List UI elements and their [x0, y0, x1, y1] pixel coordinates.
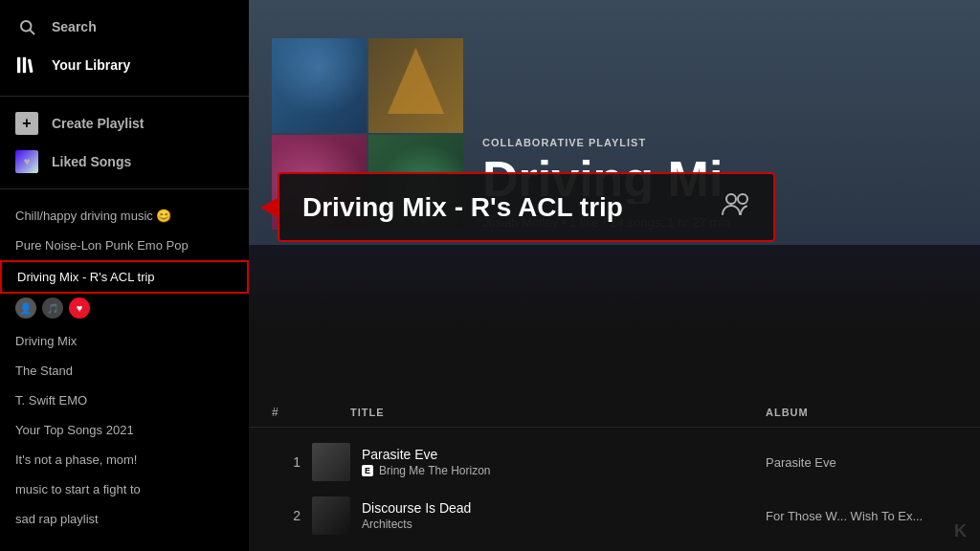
track-artist: Architects	[362, 518, 412, 531]
library-item-label: It's not a phase, mom!	[15, 452, 138, 467]
your-library-nav-item[interactable]: Your Library	[0, 46, 249, 84]
library-item-pure-noise[interactable]: Pure Noise-Lon Punk Emo Pop	[0, 231, 249, 260]
sidebar-nav: Search Your Library	[0, 0, 249, 92]
collaborative-icon	[722, 191, 750, 223]
svg-rect-4	[28, 59, 33, 74]
library-item-label: Driving Mix	[15, 334, 77, 348]
track-thumbnail	[312, 443, 350, 481]
svg-line-1	[30, 30, 33, 33]
album-art-1	[272, 38, 367, 133]
library-item-icons-row: 👤 🎵 ♥	[0, 294, 249, 326]
track-name: Parasite Eve	[362, 447, 754, 462]
library-item-not-a-phase[interactable]: It's not a phase, mom!	[0, 445, 249, 474]
search-nav-item[interactable]: Search	[0, 8, 249, 46]
track-col-num-header: #	[272, 406, 301, 419]
library-icon	[15, 54, 38, 77]
track-row[interactable]: 1 Parasite Eve E Bring Me The Horizon Pa…	[249, 435, 980, 489]
search-label: Search	[52, 19, 97, 34]
library-item-label: Your Top Songs 2021	[15, 423, 134, 437]
library-list: Chill/happy driving music 😊 Pure Noise-L…	[0, 193, 249, 551]
library-item-chill[interactable]: Chill/happy driving music 😊	[0, 201, 249, 231]
library-item-label: sad rap playlist	[15, 512, 99, 526]
search-icon	[15, 15, 38, 38]
highlight-box: Driving Mix - R's ACL trip	[278, 172, 775, 242]
library-item-label: Driving Mix - R's ACL trip	[17, 270, 155, 284]
track-number: 1	[272, 454, 301, 470]
track-thumbnail	[312, 496, 350, 535]
highlight-playlist-title: Driving Mix - R's ACL trip	[302, 192, 623, 223]
library-item-sad-rap[interactable]: sad rap playlist	[0, 504, 249, 534]
track-artist-row: Architects	[362, 518, 754, 531]
liked-songs-item[interactable]: ♥ Liked Songs	[0, 143, 249, 181]
track-col-title-header: TITLE	[350, 407, 766, 418]
svg-rect-3	[23, 57, 26, 74]
track-artist-row: E Bring Me The Horizon	[362, 464, 754, 477]
plus-icon: +	[15, 112, 38, 135]
liked-songs-label: Liked Songs	[52, 154, 131, 169]
watermark: K	[954, 521, 967, 541]
library-item-label: music to start a fight to	[15, 482, 141, 496]
library-item-label: T. Swift EMO	[15, 393, 87, 408]
playlist-type: COLLABORATIVE PLAYLIST	[482, 137, 957, 148]
svg-point-5	[726, 194, 736, 204]
library-item-driving-mix[interactable]: Driving Mix	[0, 326, 249, 356]
library-item-driving-mix-acl[interactable]: Driving Mix - R's ACL trip	[0, 260, 249, 294]
heart-small-icon: ♥	[69, 298, 90, 319]
track-name: Discourse Is Dead	[362, 500, 754, 516]
library-item-the-stand[interactable]: The Stand	[0, 356, 249, 386]
main-content: COLLABORATIVE PLAYLIST Driving Mi Josiah…	[249, 0, 980, 551]
track-info: Discourse Is Dead Architects	[362, 500, 754, 531]
note-icon: 🎵	[42, 298, 63, 319]
library-item-label: The Stand	[15, 364, 73, 378]
track-rows: 1 Parasite Eve E Bring Me The Horizon Pa…	[249, 428, 980, 550]
track-album: Parasite Eve	[766, 455, 957, 470]
svg-rect-2	[17, 57, 20, 74]
account-icon: 👤	[15, 298, 36, 319]
track-number: 2	[272, 508, 301, 523]
track-list-header: # TITLE ALBUM	[249, 398, 980, 428]
create-playlist-item[interactable]: + Create Playlist	[0, 104, 249, 143]
library-label: Your Library	[52, 57, 130, 73]
library-item-music-fight[interactable]: music to start a fight to	[0, 474, 249, 504]
heart-icon: ♥	[15, 150, 38, 173]
library-item-top-songs-2021[interactable]: Your Top Songs 2021	[0, 415, 249, 445]
create-playlist-label: Create Playlist	[52, 116, 145, 131]
track-artist: Bring Me The Horizon	[379, 464, 491, 477]
track-row[interactable]: 2 Discourse Is Dead Architects For Those…	[249, 489, 980, 542]
sidebar-divider	[0, 96, 249, 97]
track-col-album-header: ALBUM	[766, 407, 957, 418]
library-item-label: Pure Noise-Lon Punk Emo Pop	[15, 238, 189, 253]
library-item-t-swift-emo[interactable]: T. Swift EMO	[0, 386, 249, 415]
sidebar-divider-2	[0, 188, 249, 189]
track-info: Parasite Eve E Bring Me The Horizon	[362, 447, 754, 477]
svg-point-6	[738, 194, 747, 204]
track-album: For Those W... Wish To Ex...	[766, 509, 957, 523]
create-liked-section: + Create Playlist ♥ Liked Songs	[0, 100, 249, 185]
sidebar: Search Your Library + Create Playlist ♥ …	[0, 0, 249, 551]
library-item-label: Chill/happy driving music 😊	[15, 209, 171, 223]
album-art-2	[368, 38, 463, 133]
track-explicit-badge: E	[362, 465, 373, 476]
